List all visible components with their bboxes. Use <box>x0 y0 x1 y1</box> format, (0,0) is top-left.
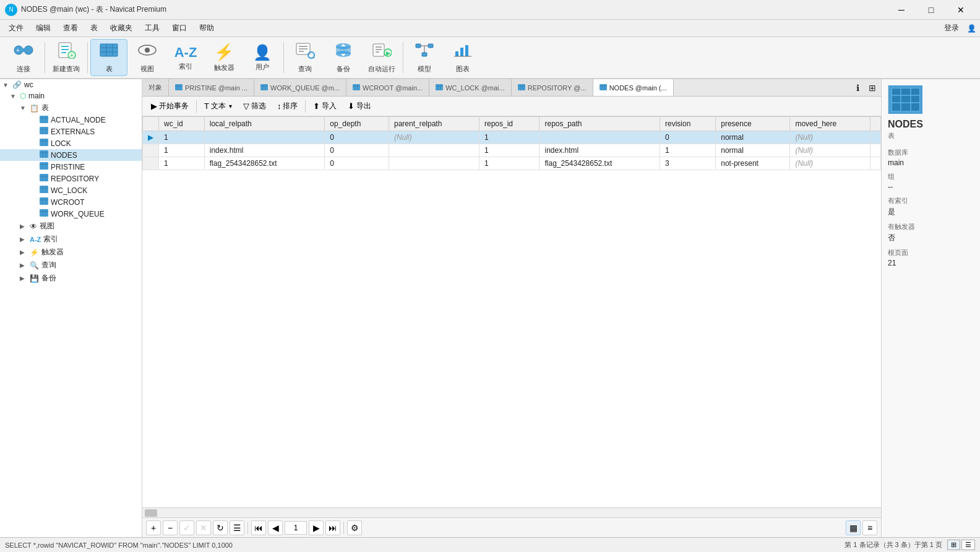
cell-revision[interactable]: 0 <box>660 131 715 144</box>
menu-favorites[interactable]: 收藏夹 <box>104 20 139 36</box>
cell-repos-id[interactable]: 1 <box>479 157 539 170</box>
toolbar-new-query[interactable]: + 新建查询 <box>48 39 85 76</box>
sidebar-item-tables[interactable]: ▼ 📋 表 <box>0 101 142 114</box>
col-repos-path[interactable]: repos_path <box>539 117 660 131</box>
minimize-button[interactable]: ─ <box>887 0 916 20</box>
sidebar-item-wc-lock[interactable]: WC_LOCK <box>0 184 142 196</box>
tab-object[interactable]: 对象 <box>142 79 169 96</box>
cell-repos-id[interactable]: 1 <box>479 144 539 157</box>
next-page-button[interactable]: ▶ <box>309 520 324 535</box>
close-button[interactable]: ✕ <box>947 0 975 20</box>
maximize-button[interactable]: □ <box>917 0 945 20</box>
cell-op-depth[interactable]: 0 <box>325 131 389 144</box>
cell-repos-path[interactable]: flag_2543428652.txt <box>539 157 660 170</box>
tab-info-button[interactable]: ℹ <box>851 82 864 94</box>
cell-local-relpath[interactable] <box>204 131 325 144</box>
cell-wc-id[interactable]: 1 <box>159 144 205 157</box>
cell-moved-here[interactable]: (Null) <box>790 131 870 144</box>
sidebar-item-actual-node[interactable]: ACTUAL_NODE <box>0 114 142 126</box>
sidebar-item-index-folder[interactable]: ▶ A-Z 索引 <box>0 233 142 246</box>
toolbar-query[interactable]: 查询 <box>286 39 324 76</box>
cell-parent-relpath[interactable]: (Null) <box>389 131 479 144</box>
menu-table[interactable]: 表 <box>84 20 104 36</box>
col-local-relpath[interactable]: local_relpath <box>204 117 325 131</box>
col-revision[interactable]: revision <box>660 117 715 131</box>
sidebar-item-wcroot[interactable]: WCROOT <box>0 196 142 208</box>
toolbar-backup[interactable]: 备份 <box>325 39 362 76</box>
col-repos-id[interactable]: repos_id <box>479 117 539 131</box>
toolbar-connect[interactable]: + 连接 <box>5 39 42 76</box>
cell-local-relpath[interactable]: index.html <box>204 144 325 157</box>
page-number-input[interactable] <box>285 521 307 535</box>
col-moved-here[interactable]: moved_here <box>790 117 870 131</box>
tab-grid-button[interactable]: ⊞ <box>866 82 879 94</box>
cell-parent-relpath[interactable] <box>389 157 479 170</box>
col-parent-relpath[interactable]: parent_relpath <box>389 117 479 131</box>
cell-wc-id[interactable]: 1 <box>159 131 205 144</box>
col-op-depth[interactable]: op_depth <box>325 117 389 131</box>
tab-repository[interactable]: REPOSITORY @... <box>512 79 593 96</box>
sidebar-item-lock[interactable]: LOCK <box>0 137 142 149</box>
toolbar-trigger[interactable]: ⚡ 触发器 <box>205 39 243 76</box>
sidebar-item-wc[interactable]: ▼ 🔗 wc <box>0 79 142 90</box>
cell-parent-relpath[interactable] <box>389 144 479 157</box>
cell-local-relpath[interactable]: flag_2543428652.txt <box>204 157 325 170</box>
status-grid-btn[interactable]: ⊞ <box>947 540 960 550</box>
cell-repos-id[interactable]: 1 <box>479 131 539 144</box>
cell-moved-here[interactable]: (Null) <box>790 157 870 170</box>
sidebar-item-work-queue[interactable]: WORK_QUEUE <box>0 208 142 220</box>
cell-presence[interactable]: normal <box>716 144 790 157</box>
cell-moved-here[interactable]: (Null) <box>790 144 870 157</box>
first-page-button[interactable]: ⏮ <box>251 520 266 535</box>
cell-revision[interactable]: 3 <box>660 157 715 170</box>
h-scroll-thumb[interactable] <box>145 509 157 517</box>
begin-transaction-button[interactable]: ▶ 开始事务 <box>146 99 194 113</box>
cell-presence[interactable]: normal <box>716 131 790 144</box>
grid-view-button[interactable]: ▦ <box>846 520 861 535</box>
toolbar-table[interactable]: 表 <box>90 39 127 76</box>
status-form-btn[interactable]: ☰ <box>961 540 975 550</box>
cell-revision[interactable]: 1 <box>660 144 715 157</box>
menu-file[interactable]: 文件 <box>2 20 30 36</box>
table-row[interactable]: 1flag_2543428652.txt01flag_2543428652.tx… <box>143 157 881 170</box>
list-view-button[interactable]: ≡ <box>862 520 877 535</box>
settings-button[interactable]: ☰ <box>230 520 244 535</box>
sort-button[interactable]: ↕ 排序 <box>272 99 303 113</box>
sidebar-item-views[interactable]: ▶ 👁 视图 <box>0 220 142 233</box>
sidebar-item-repository[interactable]: REPOSITORY <box>0 173 142 184</box>
cancel-edit-button[interactable]: ✕ <box>196 520 211 535</box>
toolbar-user[interactable]: 👤 用户 <box>244 39 281 76</box>
menu-window[interactable]: 窗口 <box>166 20 193 36</box>
table-row[interactable]: 1index.html01index.html1normal(Null) <box>143 144 881 157</box>
sidebar-item-trigger-folder[interactable]: ▶ ⚡ 触发器 <box>0 246 142 259</box>
export-button[interactable]: ⬇ 导出 <box>343 99 376 113</box>
toolbar-index[interactable]: A-Z 索引 <box>167 39 204 76</box>
menu-edit[interactable]: 编辑 <box>30 20 57 36</box>
toolbar-chart[interactable]: 图表 <box>444 39 481 76</box>
tab-pristine[interactable]: PRISTINE @main ... <box>169 79 254 96</box>
import-button[interactable]: ⬆ 导入 <box>308 99 342 113</box>
col-wc-id[interactable]: wc_id <box>159 117 205 131</box>
tab-wc-lock[interactable]: WC_LOCK @mai... <box>429 79 512 96</box>
sidebar-item-main[interactable]: ▼ ⬡ main <box>0 90 142 101</box>
cell-op-depth[interactable]: 0 <box>325 144 389 157</box>
tab-wcroot[interactable]: WCROOT @main... <box>346 79 429 96</box>
user-avatar[interactable]: 👤 <box>965 24 978 33</box>
tab-work-queue[interactable]: WORK_QUEUE @m... <box>254 79 346 96</box>
cell-op-depth[interactable]: 0 <box>325 157 389 170</box>
toolbar-autorun[interactable]: ▶ 自动运行 <box>363 39 400 76</box>
col-presence[interactable]: presence <box>716 117 790 131</box>
cell-wc-id[interactable]: 1 <box>159 157 205 170</box>
cell-repos-path[interactable]: index.html <box>539 144 660 157</box>
add-record-button[interactable]: + <box>146 520 161 535</box>
refresh-button[interactable]: ↻ <box>213 520 228 535</box>
sidebar-item-query-folder[interactable]: ▶ 🔍 查询 <box>0 259 142 272</box>
cell-presence[interactable]: not-present <box>716 157 790 170</box>
sidebar-item-externals[interactable]: EXTERNALS <box>0 126 142 137</box>
toolbar-view[interactable]: 视图 <box>129 39 166 76</box>
delete-record-button[interactable]: − <box>163 520 178 535</box>
tab-nodes[interactable]: NODES @main (... <box>593 79 674 96</box>
text-button[interactable]: T 文本 <box>199 99 237 113</box>
login-button[interactable]: 登录 <box>938 20 965 36</box>
prev-page-button[interactable]: ◀ <box>268 520 283 535</box>
